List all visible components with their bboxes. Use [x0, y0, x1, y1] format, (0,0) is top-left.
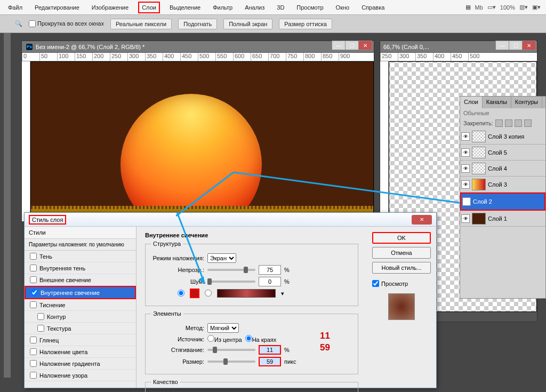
- style-contour[interactable]: Контур: [25, 311, 136, 323]
- menu-view[interactable]: Просмотр: [294, 3, 326, 12]
- glow-color-swatch[interactable]: [190, 289, 199, 298]
- layer-thumbnail[interactable]: [472, 213, 486, 225]
- minimize-icon[interactable]: —: [495, 41, 509, 50]
- defaults-header[interactable]: Параметры наложения: по умолчанию: [25, 239, 136, 251]
- tab-channels[interactable]: Каналы: [483, 97, 511, 108]
- toolbar-icon[interactable]: ▥▾: [519, 4, 528, 11]
- visibility-icon[interactable]: 👁: [461, 164, 470, 173]
- scroll-all-windows[interactable]: Прокрутка во всех окнах: [29, 20, 104, 28]
- visibility-icon[interactable]: 👁: [461, 180, 470, 189]
- horizontal-ruler: 0501001502002503003504004505005506006507…: [22, 53, 374, 61]
- toolbar-icon[interactable]: Mb: [475, 4, 483, 11]
- choke-value[interactable]: 11: [259, 345, 281, 355]
- cancel-button[interactable]: Отмена: [372, 247, 431, 259]
- visibility-icon[interactable]: 👁: [461, 214, 470, 223]
- maximize-icon[interactable]: ☐: [345, 41, 359, 50]
- structure-group: Структура Режим наложения:Экран Непрозр.…: [145, 241, 358, 306]
- blend-mode-select[interactable]: Обычные: [463, 110, 489, 116]
- style-drop-shadow[interactable]: Тень: [25, 251, 136, 262]
- dialog-titlebar[interactable]: Стиль слоя ✕: [25, 213, 436, 227]
- close-icon[interactable]: ✕: [522, 41, 536, 50]
- style-pattern-overlay[interactable]: Наложение узора: [25, 370, 136, 381]
- style-texture[interactable]: Текстура: [25, 323, 136, 334]
- visibility-icon[interactable]: 👁: [461, 132, 470, 141]
- menu-file[interactable]: Файл: [5, 3, 25, 12]
- layer-row[interactable]: 👁Слой 3: [460, 177, 545, 193]
- options-bar: 🔍 Прокрутка во всех окнах Реальные пиксе…: [0, 15, 546, 33]
- layer-thumbnail[interactable]: [472, 147, 486, 158]
- size-value[interactable]: 59: [259, 357, 281, 366]
- full-screen-button[interactable]: Полный экран: [223, 19, 272, 29]
- menu-image[interactable]: Изображение: [89, 3, 131, 12]
- document-titlebar[interactable]: 66,7% (Слой 0,... — ☐ ✕: [380, 41, 537, 53]
- layer-thumbnail[interactable]: [472, 179, 486, 190]
- toolbar-icon[interactable]: ▣▾: [532, 4, 541, 11]
- opacity-value[interactable]: 75: [259, 265, 281, 275]
- minimize-icon[interactable]: —: [332, 41, 346, 50]
- layer-row-selected[interactable]: 👁Слой 2: [460, 193, 545, 211]
- fit-screen-button[interactable]: Подогнать: [178, 19, 217, 29]
- style-color-overlay[interactable]: Наложение цвета: [25, 346, 136, 358]
- size-slider[interactable]: [207, 361, 255, 363]
- print-size-button[interactable]: Размер оттиска: [279, 19, 332, 29]
- document-title: 66,7% (Слой 0,...: [383, 44, 429, 50]
- style-bevel[interactable]: Тиснение: [25, 299, 136, 311]
- lock-pixels-icon[interactable]: [505, 119, 512, 127]
- menu-edit[interactable]: Редактирование: [32, 3, 82, 12]
- source-edge-radio[interactable]: На краях: [245, 335, 277, 343]
- toolbar-icon[interactable]: ▭▾: [487, 4, 496, 11]
- opacity-slider[interactable]: [207, 269, 255, 271]
- canvas[interactable]: [30, 61, 374, 221]
- document-titlebar[interactable]: Ps Без имени-2 @ 66,7% (Слой 2, RGB/8) *…: [22, 41, 374, 53]
- gradient-radio[interactable]: [205, 290, 212, 298]
- noise-slider[interactable]: [207, 281, 255, 283]
- menu-analysis[interactable]: Анализ: [242, 3, 267, 12]
- menu-window[interactable]: Окно: [333, 3, 352, 12]
- toolbar-icon[interactable]: ▦: [465, 4, 471, 11]
- new-style-button[interactable]: Новый стиль...: [372, 262, 431, 274]
- tab-paths[interactable]: Контуры: [511, 97, 542, 108]
- visibility-icon[interactable]: 👁: [462, 197, 471, 206]
- noise-label: Шум:: [151, 278, 204, 285]
- layer-row[interactable]: 👁Слой 4: [460, 161, 545, 177]
- close-icon[interactable]: ✕: [358, 41, 372, 50]
- lock-transparency-icon[interactable]: [495, 119, 503, 127]
- lock-position-icon[interactable]: [515, 119, 522, 127]
- style-satin[interactable]: Глянец: [25, 334, 136, 346]
- lock-all-icon[interactable]: [524, 119, 532, 127]
- menu-select[interactable]: Выделение: [167, 3, 203, 12]
- menu-3d[interactable]: 3D: [274, 3, 287, 12]
- source-center-radio[interactable]: Из центра: [207, 335, 242, 343]
- glow-gradient[interactable]: [217, 289, 276, 298]
- color-radio[interactable]: [178, 290, 184, 298]
- layer-row[interactable]: 👁Слой 1: [460, 211, 545, 227]
- method-select[interactable]: Мягкий: [207, 323, 239, 333]
- tab-layers[interactable]: Слои: [460, 97, 483, 108]
- styles-header[interactable]: Стили: [25, 227, 136, 239]
- layer-thumbnail[interactable]: [472, 131, 486, 142]
- ok-button[interactable]: OK: [372, 232, 431, 244]
- blend-mode-select[interactable]: Экран: [207, 253, 236, 263]
- tool-preset-icon[interactable]: 🔍: [15, 20, 22, 27]
- menu-help[interactable]: Справка: [359, 3, 387, 12]
- blend-mode-label: Режим наложения:: [151, 255, 204, 261]
- layer-row[interactable]: 👁Слой 3 копия: [460, 129, 545, 145]
- dropdown-icon[interactable]: ▾: [281, 290, 284, 297]
- menu-filter[interactable]: Фильтр: [210, 3, 235, 12]
- actual-pixels-button[interactable]: Реальные пиксели: [110, 19, 172, 29]
- style-inner-shadow[interactable]: Внутренняя тень: [25, 262, 136, 274]
- close-icon[interactable]: ✕: [412, 215, 432, 225]
- maximize-icon[interactable]: ☐: [509, 41, 523, 50]
- style-gradient-overlay[interactable]: Наложение градиента: [25, 358, 136, 370]
- layer-thumbnail[interactable]: [472, 163, 486, 174]
- choke-slider[interactable]: [207, 349, 255, 351]
- toolbox-strip[interactable]: [4, 15, 11, 378]
- layer-row[interactable]: 👁Слой 5: [460, 145, 545, 161]
- preview-checkbox[interactable]: [372, 280, 379, 287]
- zoom-level[interactable]: 100%: [500, 4, 515, 11]
- visibility-icon[interactable]: 👁: [461, 148, 470, 157]
- style-inner-glow[interactable]: Внутреннее свечение: [25, 286, 136, 299]
- menu-layers[interactable]: Слои: [138, 2, 160, 13]
- style-outer-glow[interactable]: Внешнее свечение: [25, 274, 136, 286]
- noise-value[interactable]: 0: [259, 277, 281, 286]
